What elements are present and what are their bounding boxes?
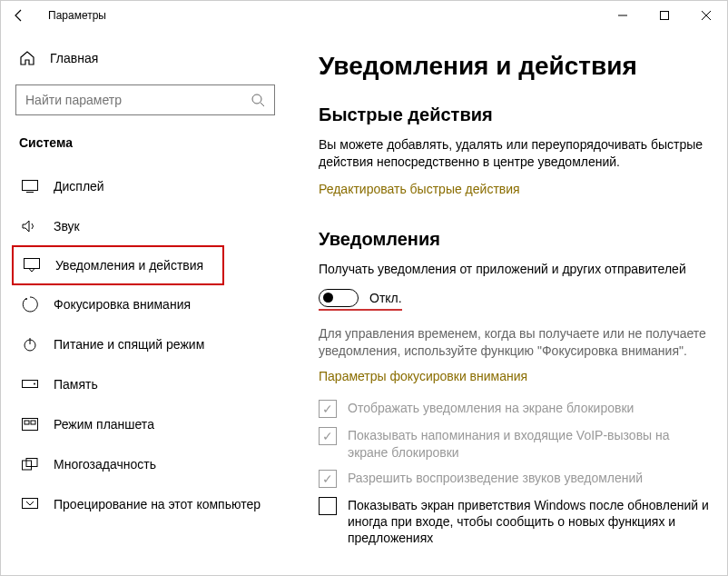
checkbox-lockscreen-notif[interactable]	[319, 400, 337, 418]
notifications-toggle[interactable]	[319, 289, 359, 307]
sidebar-home-label: Главная	[50, 51, 98, 65]
sidebar-category: Система	[12, 132, 290, 154]
notification-icon	[23, 258, 41, 273]
sidebar-item-label: Дисплей	[54, 179, 104, 194]
notifications-heading: Уведомления	[319, 229, 711, 250]
minimize-button[interactable]	[602, 1, 644, 30]
checkbox-welcome-screen[interactable]	[319, 497, 337, 515]
sidebar-item-label: Память	[54, 377, 98, 392]
checkbox-voip-lockscreen[interactable]	[319, 427, 337, 445]
display-icon	[21, 180, 39, 193]
sidebar-item-tablet[interactable]: Режим планшета	[12, 404, 290, 444]
window-title: Параметры	[48, 9, 106, 22]
sidebar-item-notifications[interactable]: Уведомления и действия	[12, 245, 224, 285]
focus-icon	[21, 296, 39, 313]
sidebar: Главная Система Дисплей Звук Уведомления…	[1, 30, 293, 575]
sidebar-item-display[interactable]: Дисплей	[12, 166, 290, 206]
checkbox-sound[interactable]	[319, 470, 337, 488]
sound-icon	[21, 220, 39, 233]
page-title: Уведомления и действия	[319, 52, 711, 81]
checkbox-label: Отображать уведомления на экране блокиро…	[348, 400, 634, 416]
notifications-toggle-state: Откл.	[369, 291, 402, 305]
svg-point-2	[252, 94, 261, 104]
titlebar: Параметры	[1, 1, 727, 30]
svg-point-7	[25, 298, 27, 300]
svg-rect-13	[25, 421, 29, 424]
checkbox-label: Разрешить воспроизведение звуков уведомл…	[348, 470, 643, 486]
svg-rect-4	[23, 181, 38, 191]
checkbox-label: Показывать экран приветствия Windows пос…	[348, 497, 711, 547]
edit-quick-actions-link[interactable]: Редактировать быстрые действия	[319, 182, 520, 196]
search-box[interactable]	[15, 84, 275, 115]
svg-rect-6	[25, 259, 40, 269]
close-button[interactable]	[685, 1, 727, 30]
svg-point-11	[34, 383, 35, 385]
sidebar-home[interactable]: Главная	[12, 45, 290, 72]
sidebar-item-label: Звук	[54, 219, 80, 233]
focus-settings-link[interactable]: Параметры фокусировки внимания	[319, 369, 527, 383]
notifications-toggle-desc: Получать уведомления от приложений и дру…	[319, 261, 711, 278]
quick-actions-desc: Вы можете добавлять, удалять или переупо…	[319, 136, 711, 171]
sidebar-item-label: Проецирование на этот компьютер	[54, 497, 261, 511]
checkbox-label: Показывать напоминания и входящие VoIP-в…	[348, 427, 711, 460]
sidebar-item-power[interactable]: Питание и спящий режим	[12, 324, 290, 364]
sidebar-item-label: Режим планшета	[54, 417, 154, 432]
svg-rect-14	[31, 421, 35, 424]
power-icon	[21, 337, 39, 352]
storage-icon	[21, 380, 39, 389]
sidebar-item-label: Многозадачность	[54, 457, 156, 472]
tablet-icon	[21, 418, 39, 431]
sidebar-item-multitask[interactable]: Многозадачность	[12, 444, 290, 484]
focus-hint-text: Для управления временем, когда вы получа…	[319, 325, 711, 360]
svg-rect-17	[23, 499, 38, 509]
search-input[interactable]	[25, 93, 251, 107]
sidebar-item-label: Фокусировка внимания	[54, 297, 191, 312]
maximize-button[interactable]	[644, 1, 685, 30]
search-icon	[251, 93, 265, 107]
svg-rect-1	[661, 12, 669, 20]
main-content: Уведомления и действия Быстрые действия …	[293, 30, 727, 575]
project-icon	[21, 498, 39, 511]
sidebar-item-label: Питание и спящий режим	[54, 337, 204, 352]
svg-line-3	[261, 103, 264, 106]
back-button[interactable]	[6, 3, 32, 28]
sidebar-item-project[interactable]: Проецирование на этот компьютер	[12, 484, 290, 524]
sidebar-item-storage[interactable]: Память	[12, 364, 290, 404]
multitask-icon	[21, 458, 39, 471]
sidebar-item-focus[interactable]: Фокусировка внимания	[12, 284, 290, 324]
sidebar-item-label: Уведомления и действия	[55, 258, 203, 273]
quick-actions-heading: Быстрые действия	[319, 104, 711, 125]
sidebar-item-sound[interactable]: Звук	[12, 206, 290, 246]
highlight-underline	[319, 309, 402, 311]
home-icon	[19, 50, 35, 66]
